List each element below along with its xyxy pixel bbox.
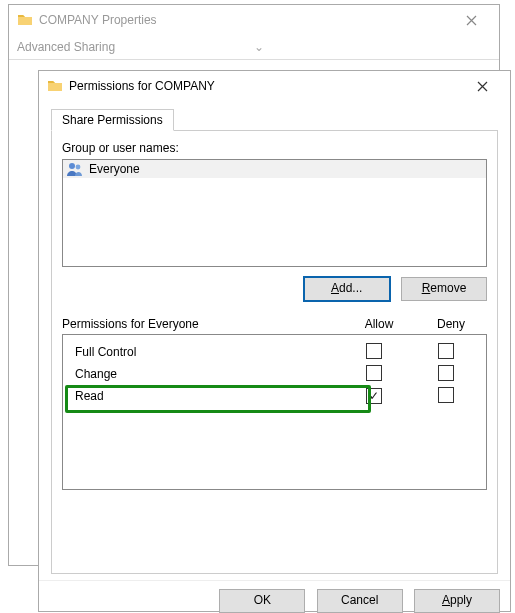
permissions-listbox: Full Control Change Read — [62, 334, 487, 490]
users-icon — [67, 162, 83, 176]
dialog-body: Share Permissions Group or user names: E… — [39, 101, 510, 580]
tab-panel: Group or user names: Everyone Add... Rem… — [51, 130, 498, 574]
cancel-button[interactable]: Cancel — [317, 589, 403, 613]
principal-everyone[interactable]: Everyone — [63, 160, 486, 178]
add-button[interactable]: Add... — [304, 277, 390, 301]
dialog-buttons: OK Cancel Apply — [39, 580, 510, 613]
properties-close-button[interactable] — [451, 5, 491, 35]
apply-button[interactable]: Apply — [414, 589, 500, 613]
folder-icon — [47, 78, 63, 94]
remove-button[interactable]: Remove — [401, 277, 487, 301]
chevron-down-icon: ⌄ — [254, 40, 491, 54]
perm-label: Read — [71, 389, 338, 403]
principals-listbox[interactable]: Everyone — [62, 159, 487, 267]
permissions-dialog: Permissions for COMPANY Share Permission… — [38, 70, 511, 612]
perm-label: Change — [71, 367, 338, 381]
permissions-titlebar: Permissions for COMPANY — [39, 71, 510, 101]
permissions-close-button[interactable] — [462, 71, 502, 101]
folder-icon — [17, 12, 33, 28]
perm-label: Full Control — [71, 345, 338, 359]
svg-point-1 — [76, 165, 81, 170]
permissions-header-row: Permissions for Everyone Allow Deny — [62, 317, 487, 331]
read-deny-checkbox[interactable] — [438, 387, 454, 403]
deny-header: Deny — [415, 317, 487, 331]
ok-button[interactable]: OK — [219, 589, 305, 613]
tab-share-permissions[interactable]: Share Permissions — [51, 109, 174, 131]
group-or-user-label: Group or user names: — [62, 141, 487, 155]
allow-header: Allow — [343, 317, 415, 331]
full-control-deny-checkbox[interactable] — [438, 343, 454, 359]
advanced-sharing-header: Advanced Sharing ⌄ — [9, 35, 499, 60]
properties-title: COMPANY Properties — [39, 13, 451, 27]
advanced-sharing-label: Advanced Sharing — [17, 40, 254, 54]
principal-label: Everyone — [89, 162, 140, 176]
full-control-allow-checkbox[interactable] — [366, 343, 382, 359]
permissions-for-label: Permissions for Everyone — [62, 317, 343, 331]
change-deny-checkbox[interactable] — [438, 365, 454, 381]
permissions-title: Permissions for COMPANY — [69, 79, 462, 93]
read-allow-checkbox[interactable] — [366, 388, 382, 404]
svg-point-0 — [69, 163, 75, 169]
properties-titlebar: COMPANY Properties — [9, 5, 499, 35]
change-allow-checkbox[interactable] — [366, 365, 382, 381]
perm-row-change: Change — [71, 363, 482, 385]
principal-buttons: Add... Remove — [62, 277, 487, 301]
perm-row-read: Read — [71, 385, 482, 407]
perm-row-full-control: Full Control — [71, 341, 482, 363]
